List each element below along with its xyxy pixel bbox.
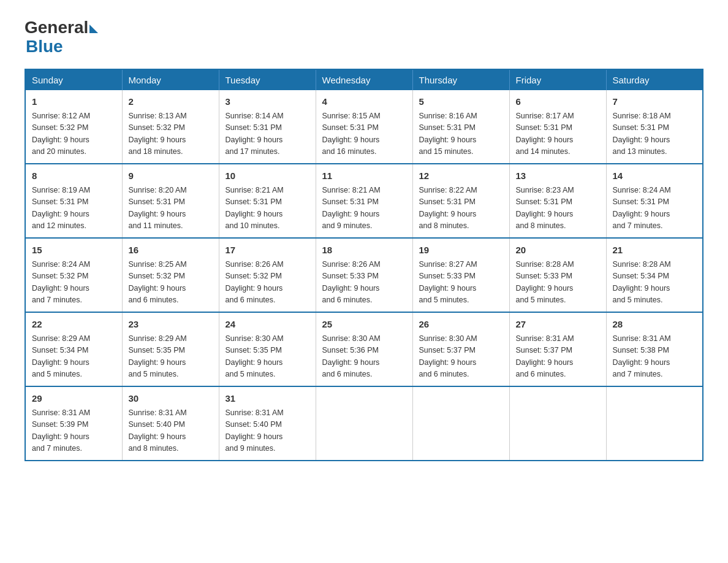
calendar-day-cell: 26Sunrise: 8:30 AMSunset: 5:37 PMDayligh… bbox=[412, 312, 509, 386]
calendar-day-cell bbox=[606, 386, 703, 461]
logo-blue: Blue bbox=[26, 37, 63, 56]
weekday-header-tuesday: Tuesday bbox=[219, 69, 316, 90]
day-number: 16 bbox=[129, 243, 213, 258]
calendar-week-row: 22Sunrise: 8:29 AMSunset: 5:34 PMDayligh… bbox=[25, 312, 703, 386]
day-info: Sunrise: 8:31 AMSunset: 5:38 PMDaylight:… bbox=[613, 333, 697, 381]
calendar-day-cell: 11Sunrise: 8:21 AMSunset: 5:31 PMDayligh… bbox=[316, 164, 412, 238]
day-info: Sunrise: 8:15 AMSunset: 5:31 PMDaylight:… bbox=[322, 110, 406, 158]
day-number: 27 bbox=[516, 318, 600, 332]
calendar-day-cell: 28Sunrise: 8:31 AMSunset: 5:38 PMDayligh… bbox=[606, 312, 703, 386]
day-info: Sunrise: 8:24 AMSunset: 5:32 PMDaylight:… bbox=[32, 259, 116, 307]
day-info: Sunrise: 8:18 AMSunset: 5:31 PMDaylight:… bbox=[613, 110, 697, 158]
day-number: 13 bbox=[516, 169, 600, 183]
day-info: Sunrise: 8:30 AMSunset: 5:37 PMDaylight:… bbox=[419, 333, 503, 381]
day-info: Sunrise: 8:22 AMSunset: 5:31 PMDaylight:… bbox=[419, 185, 503, 232]
day-number: 15 bbox=[32, 243, 116, 258]
day-number: 30 bbox=[129, 392, 213, 406]
day-info: Sunrise: 8:17 AMSunset: 5:31 PMDaylight:… bbox=[516, 110, 600, 158]
day-number: 17 bbox=[226, 243, 309, 258]
day-number: 24 bbox=[226, 318, 309, 332]
weekday-header-monday: Monday bbox=[122, 69, 219, 90]
calendar-day-cell: 14Sunrise: 8:24 AMSunset: 5:31 PMDayligh… bbox=[606, 164, 703, 238]
calendar-day-cell bbox=[316, 386, 412, 461]
weekday-header-row: SundayMondayTuesdayWednesdayThursdayFrid… bbox=[25, 69, 703, 90]
calendar-day-cell: 12Sunrise: 8:22 AMSunset: 5:31 PMDayligh… bbox=[412, 164, 509, 238]
calendar-day-cell: 17Sunrise: 8:26 AMSunset: 5:32 PMDayligh… bbox=[219, 238, 316, 312]
calendar-day-cell: 7Sunrise: 8:18 AMSunset: 5:31 PMDaylight… bbox=[606, 90, 703, 164]
calendar-table: SundayMondayTuesdayWednesdayThursdayFrid… bbox=[25, 69, 703, 461]
day-info: Sunrise: 8:19 AMSunset: 5:31 PMDaylight:… bbox=[32, 185, 116, 232]
day-info: Sunrise: 8:28 AMSunset: 5:33 PMDaylight:… bbox=[516, 259, 600, 307]
day-number: 31 bbox=[226, 392, 309, 406]
calendar-day-cell: 16Sunrise: 8:25 AMSunset: 5:32 PMDayligh… bbox=[122, 238, 219, 312]
day-number: 19 bbox=[419, 243, 503, 258]
day-number: 20 bbox=[516, 243, 600, 258]
calendar-day-cell: 3Sunrise: 8:14 AMSunset: 5:31 PMDaylight… bbox=[219, 90, 316, 164]
day-info: Sunrise: 8:14 AMSunset: 5:31 PMDaylight:… bbox=[226, 110, 309, 158]
calendar-day-cell: 25Sunrise: 8:30 AMSunset: 5:36 PMDayligh… bbox=[316, 312, 412, 386]
day-number: 14 bbox=[613, 169, 697, 183]
weekday-header-wednesday: Wednesday bbox=[316, 69, 412, 90]
logo: General Blue bbox=[25, 18, 98, 56]
day-info: Sunrise: 8:27 AMSunset: 5:33 PMDaylight:… bbox=[419, 259, 503, 307]
calendar-day-cell: 8Sunrise: 8:19 AMSunset: 5:31 PMDaylight… bbox=[25, 164, 122, 238]
day-number: 23 bbox=[129, 318, 213, 332]
calendar-body: 1Sunrise: 8:12 AMSunset: 5:32 PMDaylight… bbox=[25, 90, 703, 461]
day-info: Sunrise: 8:12 AMSunset: 5:32 PMDaylight:… bbox=[32, 110, 116, 158]
day-number: 2 bbox=[129, 95, 213, 109]
day-info: Sunrise: 8:20 AMSunset: 5:31 PMDaylight:… bbox=[129, 185, 213, 232]
day-number: 8 bbox=[32, 169, 116, 183]
weekday-header-saturday: Saturday bbox=[606, 69, 703, 90]
calendar-header: SundayMondayTuesdayWednesdayThursdayFrid… bbox=[25, 69, 703, 90]
day-info: Sunrise: 8:13 AMSunset: 5:32 PMDaylight:… bbox=[129, 110, 213, 158]
calendar-day-cell: 18Sunrise: 8:26 AMSunset: 5:33 PMDayligh… bbox=[316, 238, 412, 312]
weekday-header-friday: Friday bbox=[509, 69, 606, 90]
calendar-day-cell: 19Sunrise: 8:27 AMSunset: 5:33 PMDayligh… bbox=[412, 238, 509, 312]
calendar-day-cell bbox=[509, 386, 606, 461]
calendar-day-cell: 9Sunrise: 8:20 AMSunset: 5:31 PMDaylight… bbox=[122, 164, 219, 238]
day-info: Sunrise: 8:28 AMSunset: 5:34 PMDaylight:… bbox=[613, 259, 697, 307]
day-number: 6 bbox=[516, 95, 600, 109]
day-info: Sunrise: 8:29 AMSunset: 5:34 PMDaylight:… bbox=[32, 333, 116, 381]
day-number: 1 bbox=[32, 95, 116, 109]
day-info: Sunrise: 8:30 AMSunset: 5:35 PMDaylight:… bbox=[226, 333, 309, 381]
day-info: Sunrise: 8:29 AMSunset: 5:35 PMDaylight:… bbox=[129, 333, 213, 381]
calendar-day-cell: 27Sunrise: 8:31 AMSunset: 5:37 PMDayligh… bbox=[509, 312, 606, 386]
calendar-day-cell bbox=[412, 386, 509, 461]
calendar-day-cell: 23Sunrise: 8:29 AMSunset: 5:35 PMDayligh… bbox=[122, 312, 219, 386]
calendar-day-cell: 20Sunrise: 8:28 AMSunset: 5:33 PMDayligh… bbox=[509, 238, 606, 312]
calendar-day-cell: 22Sunrise: 8:29 AMSunset: 5:34 PMDayligh… bbox=[25, 312, 122, 386]
day-info: Sunrise: 8:26 AMSunset: 5:33 PMDaylight:… bbox=[322, 259, 406, 307]
day-info: Sunrise: 8:31 AMSunset: 5:40 PMDaylight:… bbox=[129, 407, 213, 455]
day-number: 12 bbox=[419, 169, 503, 183]
day-info: Sunrise: 8:26 AMSunset: 5:32 PMDaylight:… bbox=[226, 259, 309, 307]
day-number: 11 bbox=[322, 169, 406, 183]
calendar-day-cell: 1Sunrise: 8:12 AMSunset: 5:32 PMDaylight… bbox=[25, 90, 122, 164]
day-number: 26 bbox=[419, 318, 503, 332]
day-number: 25 bbox=[322, 318, 406, 332]
logo-arrow-icon bbox=[89, 25, 98, 33]
day-info: Sunrise: 8:21 AMSunset: 5:31 PMDaylight:… bbox=[226, 185, 309, 232]
day-info: Sunrise: 8:31 AMSunset: 5:39 PMDaylight:… bbox=[32, 407, 116, 455]
calendar-day-cell: 21Sunrise: 8:28 AMSunset: 5:34 PMDayligh… bbox=[606, 238, 703, 312]
day-number: 18 bbox=[322, 243, 406, 258]
calendar-week-row: 1Sunrise: 8:12 AMSunset: 5:32 PMDaylight… bbox=[25, 90, 703, 164]
calendar-day-cell: 5Sunrise: 8:16 AMSunset: 5:31 PMDaylight… bbox=[412, 90, 509, 164]
calendar-week-row: 15Sunrise: 8:24 AMSunset: 5:32 PMDayligh… bbox=[25, 238, 703, 312]
calendar-day-cell: 30Sunrise: 8:31 AMSunset: 5:40 PMDayligh… bbox=[122, 386, 219, 461]
day-info: Sunrise: 8:16 AMSunset: 5:31 PMDaylight:… bbox=[419, 110, 503, 158]
calendar-day-cell: 29Sunrise: 8:31 AMSunset: 5:39 PMDayligh… bbox=[25, 386, 122, 461]
calendar-day-cell: 13Sunrise: 8:23 AMSunset: 5:31 PMDayligh… bbox=[509, 164, 606, 238]
day-number: 7 bbox=[613, 95, 697, 109]
day-number: 21 bbox=[613, 243, 697, 258]
calendar-week-row: 8Sunrise: 8:19 AMSunset: 5:31 PMDaylight… bbox=[25, 164, 703, 238]
day-info: Sunrise: 8:30 AMSunset: 5:36 PMDaylight:… bbox=[322, 333, 406, 381]
day-number: 29 bbox=[32, 392, 116, 406]
day-info: Sunrise: 8:23 AMSunset: 5:31 PMDaylight:… bbox=[516, 185, 600, 232]
page-header: General Blue bbox=[25, 18, 703, 56]
calendar-week-row: 29Sunrise: 8:31 AMSunset: 5:39 PMDayligh… bbox=[25, 386, 703, 461]
day-info: Sunrise: 8:31 AMSunset: 5:37 PMDaylight:… bbox=[516, 333, 600, 381]
calendar-day-cell: 4Sunrise: 8:15 AMSunset: 5:31 PMDaylight… bbox=[316, 90, 412, 164]
day-number: 3 bbox=[226, 95, 309, 109]
day-info: Sunrise: 8:24 AMSunset: 5:31 PMDaylight:… bbox=[613, 185, 697, 232]
